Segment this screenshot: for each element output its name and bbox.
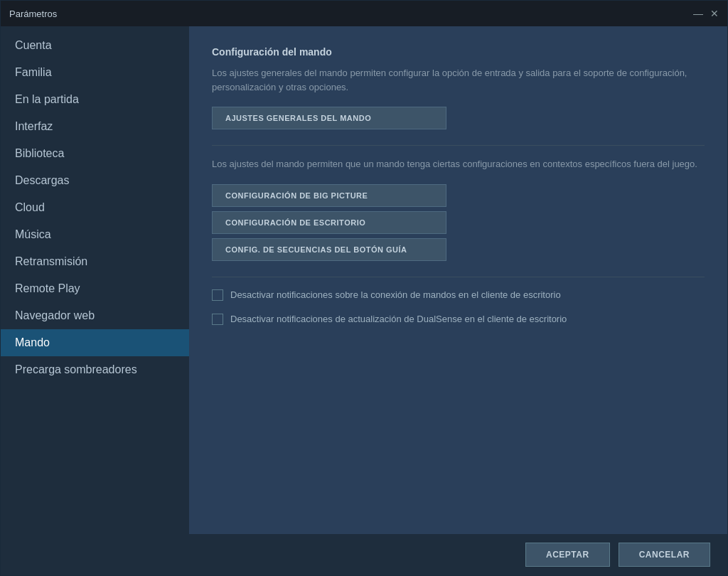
checkbox-row-1: Desactivar notificaciones sobre la conex… [212,289,705,302]
window-controls: — ✕ [693,8,719,19]
btn-escritorio[interactable]: CONFIGURACIÓN DE ESCRITORIO [212,211,446,234]
checkbox-label-2: Desactivar notificaciones de actualizaci… [230,313,567,326]
footer: ACEPTAR CANCELAR [1,534,727,575]
sidebar-item-navegador-web[interactable]: Navegador web [1,302,189,329]
checkbox-row-2: Desactivar notificaciones de actualizaci… [212,313,705,326]
btn-guia[interactable]: CONFIG. DE SECUENCIAS DEL BOTÓN GUÍA [212,238,446,261]
close-button[interactable]: ✕ [710,8,719,19]
settings-window: Parámetros — ✕ CuentaFamiliaEn la partid… [0,0,728,576]
sidebar-item-mando[interactable]: Mando [1,329,189,356]
btn-general-settings[interactable]: AJUSTES GENERALES DEL MANDO [212,107,446,129]
minimize-button[interactable]: — [693,8,703,19]
section-desc-2: Los ajustes del mando permiten que un ma… [212,157,705,171]
section-title: Configuración del mando [212,46,705,58]
section-desc-1: Los ajustes generales del mando permiten… [212,66,705,94]
sidebar-item-interfaz[interactable]: Interfaz [1,113,189,140]
accept-button[interactable]: ACEPTAR [525,543,610,567]
titlebar: Parámetros — ✕ [1,1,727,26]
sidebar-item-remote-play[interactable]: Remote Play [1,275,189,302]
cancel-button[interactable]: CANCELAR [619,543,710,567]
sidebar: CuentaFamiliaEn la partidaInterfazBiblio… [1,26,189,534]
divider-1 [212,145,705,146]
checkbox-2[interactable] [212,314,223,325]
sidebar-item-musica[interactable]: Música [1,221,189,248]
sidebar-item-biblioteca[interactable]: Biblioteca [1,140,189,167]
btn-big-picture[interactable]: CONFIGURACIÓN DE BIG PICTURE [212,184,446,207]
sidebar-item-retransmision[interactable]: Retransmisión [1,248,189,275]
main-content: Configuración del mando Los ajustes gene… [189,26,727,534]
sidebar-item-cuenta[interactable]: Cuenta [1,32,189,59]
checkbox-label-1: Desactivar notificaciones sobre la conex… [230,289,561,302]
sidebar-item-familia[interactable]: Familia [1,59,189,86]
window-title: Parámetros [9,9,57,19]
sidebar-item-descargas[interactable]: Descargas [1,167,189,194]
sidebar-item-precarga-sombreadores[interactable]: Precarga sombreadores [1,356,189,383]
sidebar-item-cloud[interactable]: Cloud [1,194,189,221]
checkbox-1[interactable] [212,289,223,301]
sidebar-item-en-la-partida[interactable]: En la partida [1,86,189,113]
content-area: CuentaFamiliaEn la partidaInterfazBiblio… [1,26,727,534]
divider-2 [212,277,705,277]
